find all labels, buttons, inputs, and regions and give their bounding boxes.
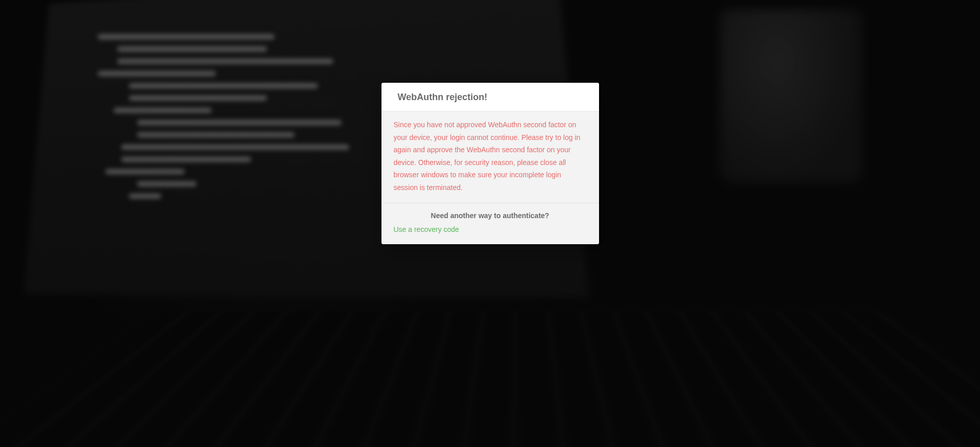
modal-body: Since you have not approved WebAuthn sec… — [381, 111, 599, 203]
modal-header: WebAuthn rejection! — [381, 83, 599, 111]
alternate-auth-heading: Need another way to authenticate? — [394, 211, 587, 220]
modal-title: WebAuthn rejection! — [398, 92, 587, 103]
modal-footer: Need another way to authenticate? Use a … — [381, 203, 599, 244]
recovery-code-link[interactable]: Use a recovery code — [394, 225, 459, 233]
webauthn-rejection-modal: WebAuthn rejection! Since you have not a… — [381, 83, 599, 244]
error-message: Since you have not approved WebAuthn sec… — [394, 119, 587, 194]
